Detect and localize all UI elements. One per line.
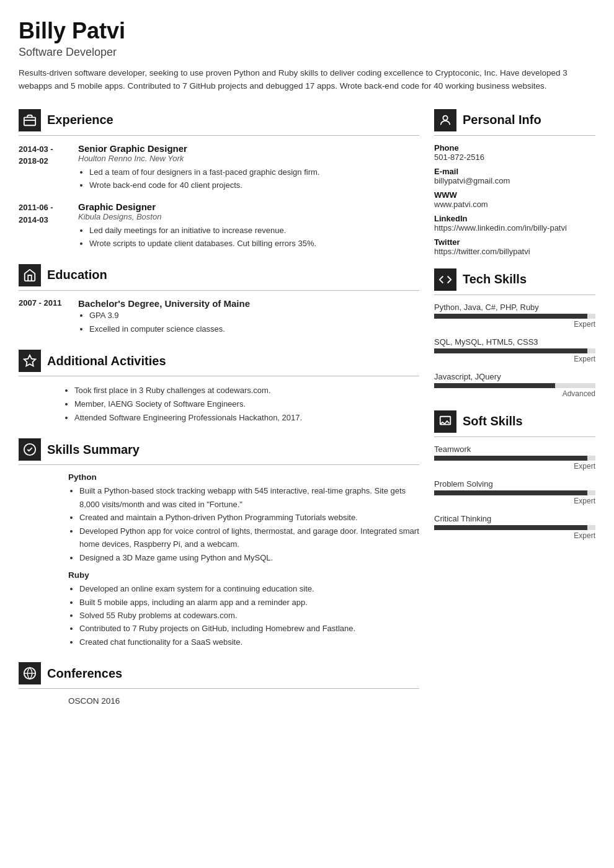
conferences-title: Conferences xyxy=(47,666,122,681)
soft-skill-2-track xyxy=(434,490,595,495)
tech-skill-2-level: Expert xyxy=(434,355,595,363)
soft-skill-1-fill xyxy=(434,456,587,461)
tech-skill-1-level: Expert xyxy=(434,320,595,329)
skills-summary-section: Skills Summary Python Built a Python-bas… xyxy=(19,438,419,649)
soft-skill-1: Teamwork Expert xyxy=(434,445,595,471)
exp-company-2: Kibula Designs, Boston xyxy=(78,212,316,221)
skills-ruby: Ruby Developed an online exam system for… xyxy=(68,570,419,649)
skills-ruby-bullets: Developed an online exam system for a co… xyxy=(68,582,419,649)
list-item: Created chat functionality for a SaaS we… xyxy=(79,636,419,649)
activities-list: Took first place in 3 Ruby challenges at… xyxy=(19,384,419,425)
exp-date-1: 2014-03 - 2018-02 xyxy=(19,143,68,192)
edu-entry-1: 2007 - 2011 Bachelor's Degree, Universit… xyxy=(19,298,419,336)
education-title: Education xyxy=(47,268,107,282)
personal-info-section: Personal Info Phone 501-872-2516 E-mail … xyxy=(434,109,595,256)
exp-bullets-2: Led daily meetings for an initiative to … xyxy=(78,224,316,250)
tech-skill-2-label: SQL, MySQL, HTML5, CSS3 xyxy=(434,337,595,347)
list-item: Excelled in computer science classes. xyxy=(89,322,250,336)
list-item: Wrote back-end code for 40 client projec… xyxy=(89,179,319,192)
soft-skill-1-level: Expert xyxy=(434,462,595,471)
edu-date-1: 2007 - 2011 xyxy=(19,298,68,336)
soft-skills-title: Soft Skills xyxy=(463,414,523,428)
tech-skill-3: Javascript, JQuery Advanced xyxy=(434,372,595,398)
skills-summary-header: Skills Summary xyxy=(19,438,419,461)
soft-skill-3-label: Critical Thinking xyxy=(434,514,595,523)
education-icon xyxy=(19,264,41,286)
edu-bullets-1: GPA 3.9 Excelled in computer science cla… xyxy=(78,309,250,336)
soft-skill-2-fill xyxy=(434,490,587,495)
exp-bullets-1: Led a team of four designers in a fast-p… xyxy=(78,166,319,192)
list-item: Led a team of four designers in a fast-p… xyxy=(89,166,319,179)
soft-skill-2: Problem Solving Expert xyxy=(434,479,595,505)
activities-header: Additional Activities xyxy=(19,350,419,372)
list-item: Contributed to 7 Ruby projects on GitHub… xyxy=(79,622,419,635)
svg-marker-2 xyxy=(24,355,35,366)
list-item: Member, IAENG Society of Software Engine… xyxy=(74,397,419,411)
phone-label: Phone xyxy=(434,143,595,153)
tech-skill-1-fill xyxy=(434,314,587,319)
candidate-title: Software Developer xyxy=(19,46,595,59)
education-header: Education xyxy=(19,264,419,286)
exp-entry-1: 2014-03 - 2018-02 Senior Graphic Designe… xyxy=(19,143,419,192)
skills-python: Python Built a Python-based stock tracki… xyxy=(68,472,419,564)
soft-skill-3-fill xyxy=(434,525,587,530)
email-label: E-mail xyxy=(434,167,595,176)
conferences-divider xyxy=(19,688,419,689)
list-item: GPA 3.9 xyxy=(89,309,250,322)
list-item: Developed an online exam system for a co… xyxy=(79,582,419,595)
tech-skills-divider xyxy=(434,294,595,295)
activities-divider xyxy=(19,376,419,376)
exp-company-1: Houlton Renno Inc. New York xyxy=(78,154,319,163)
personal-info-header: Personal Info xyxy=(434,109,595,131)
conferences-header: Conferences xyxy=(19,662,419,684)
tech-skills-header: Tech Skills xyxy=(434,268,595,291)
twitter-value: https://twitter.com/billypatvi xyxy=(434,247,595,256)
conference-entry-1: OSCON 2016 xyxy=(68,696,419,706)
list-item: Led daily meetings for an initiative to … xyxy=(89,224,316,237)
left-column: Experience 2014-03 - 2018-02 Senior Grap… xyxy=(19,109,419,719)
linkedin-value: https://www.linkedin.com/in/billy-patvi xyxy=(434,223,595,232)
exp-title-2: Graphic Designer xyxy=(78,202,316,212)
activities-title: Additional Activities xyxy=(47,354,166,368)
skills-summary-icon xyxy=(19,438,41,461)
candidate-name: Billy Patvi xyxy=(19,19,595,43)
list-item: Developed Python app for voice control o… xyxy=(79,525,419,551)
soft-skill-2-level: Expert xyxy=(434,497,595,505)
exp-date-2: 2011-06 - 2014-03 xyxy=(19,202,68,250)
tech-skill-3-level: Advanced xyxy=(434,389,595,398)
soft-skills-divider xyxy=(434,436,595,437)
edu-content-1: Bachelor's Degree, University of Maine G… xyxy=(78,298,250,336)
exp-entry-2: 2011-06 - 2014-03 Graphic Designer Kibul… xyxy=(19,202,419,250)
edu-degree-1: Bachelor's Degree, University of Maine xyxy=(78,298,250,309)
skills-python-bullets: Built a Python-based stock tracking weba… xyxy=(68,484,419,564)
main-layout: Experience 2014-03 - 2018-02 Senior Grap… xyxy=(19,109,595,719)
tech-skill-1: Python, Java, C#, PHP, Ruby Expert xyxy=(434,303,595,329)
soft-skills-section: Soft Skills Teamwork Expert Problem Solv… xyxy=(434,410,595,540)
activities-section: Additional Activities Took first place i… xyxy=(19,350,419,425)
tech-skill-3-label: Javascript, JQuery xyxy=(434,372,595,381)
tech-skills-section: Tech Skills Python, Java, C#, PHP, Ruby … xyxy=(434,268,595,398)
list-item: Took first place in 3 Ruby challenges at… xyxy=(74,384,419,397)
soft-skills-header: Soft Skills xyxy=(434,410,595,433)
soft-skill-1-track xyxy=(434,456,595,461)
skills-summary-title: Skills Summary xyxy=(47,443,140,457)
soft-skill-3: Critical Thinking Expert xyxy=(434,514,595,540)
twitter-label: Twitter xyxy=(434,237,595,247)
list-item: Attended Software Engineering Profession… xyxy=(74,411,419,425)
list-item: Wrote scripts to update client databases… xyxy=(89,237,316,250)
skills-python-title: Python xyxy=(68,472,419,482)
tech-skill-2-fill xyxy=(434,348,587,353)
list-item: Built 5 mobile apps, including an alarm … xyxy=(79,596,419,609)
education-divider xyxy=(19,290,419,291)
conferences-icon xyxy=(19,662,41,684)
activities-icon xyxy=(19,350,41,372)
list-item: Built a Python-based stock tracking weba… xyxy=(79,484,419,511)
candidate-summary: Results-driven software developer, seeki… xyxy=(19,66,595,93)
experience-icon xyxy=(19,109,41,131)
email-value: billypatvi@gmail.com xyxy=(434,176,595,185)
list-item: Solved 55 Ruby problems at codewars.com. xyxy=(79,609,419,622)
phone-value: 501-872-2516 xyxy=(434,153,595,162)
exp-content-1: Senior Graphic Designer Houlton Renno In… xyxy=(78,143,319,192)
www-value: www.patvi.com xyxy=(434,200,595,209)
skills-summary-divider xyxy=(19,464,419,465)
